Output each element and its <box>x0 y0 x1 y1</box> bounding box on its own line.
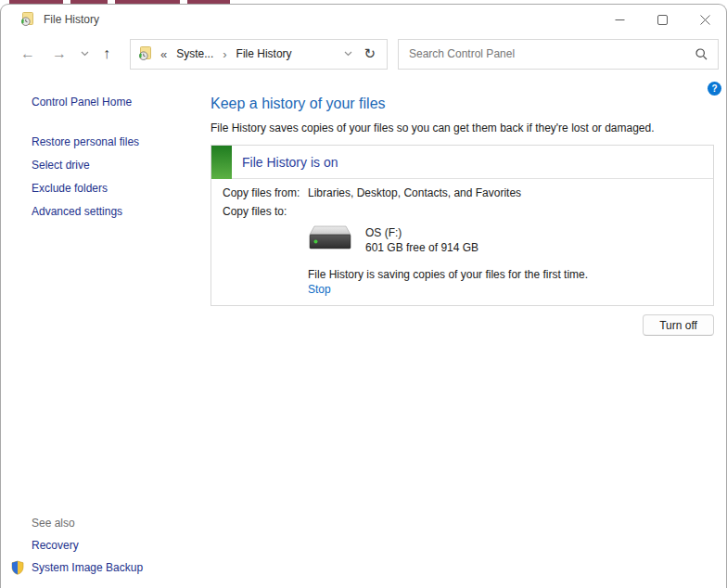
close-button[interactable] <box>683 5 726 34</box>
recent-pages-chevron-icon[interactable] <box>75 51 95 57</box>
sidebar: Control Panel Home Restore personal file… <box>1 73 210 588</box>
maximize-button[interactable] <box>641 5 683 34</box>
navigation-toolbar: ← → ↑ « Syste... › File History ↻ <box>1 34 726 73</box>
copy-from-value: Libraries, Desktop, Contacts, and Favori… <box>308 186 521 199</box>
back-icon[interactable]: ← <box>12 46 44 61</box>
search-input[interactable] <box>399 47 685 60</box>
hard-drive-icon <box>308 224 352 252</box>
uac-shield-icon <box>10 560 25 575</box>
sidebar-item-restore-personal-files[interactable]: Restore personal files <box>32 135 210 148</box>
target-drive: OS (F:) 601 GB free of 914 GB <box>308 224 702 255</box>
status-panel-header: File History is on <box>211 146 713 179</box>
caption-buttons <box>598 5 726 34</box>
maximize-icon <box>657 15 668 25</box>
sidebar-item-select-drive[interactable]: Select drive <box>32 159 210 172</box>
main-content: ? Keep a history of your files File Hist… <box>210 73 726 588</box>
system-image-backup-label: System Image Backup <box>32 561 143 574</box>
file-history-app-icon <box>20 12 35 27</box>
page-title: Keep a history of your files <box>210 96 714 112</box>
sidebar-item-advanced-settings[interactable]: Advanced settings <box>32 205 210 218</box>
sidebar-see-also-group: See also Recovery System Image Backup <box>1 517 143 575</box>
breadcrumb-current[interactable]: File History <box>236 47 292 60</box>
sidebar-item-recovery[interactable]: Recovery <box>32 539 143 552</box>
drive-name: OS (F:) <box>365 225 478 240</box>
breadcrumb-parent[interactable]: Syste... <box>176 47 213 60</box>
file-history-window: File History ← → <box>0 4 727 588</box>
page-description: File History saves copies of your files … <box>210 121 714 134</box>
up-icon[interactable]: ↑ <box>95 46 119 61</box>
sidebar-item-control-panel-home[interactable]: Control Panel Home <box>32 96 210 109</box>
refresh-icon[interactable]: ↻ <box>356 45 387 62</box>
search-icon[interactable] <box>685 48 718 60</box>
breadcrumb-separator-icon: › <box>223 47 226 61</box>
status-panel-body: Copy files from: Libraries, Desktop, Con… <box>211 179 713 305</box>
file-history-status-panel: File History is on Copy files from: Libr… <box>210 145 714 306</box>
copy-from-label: Copy files from: <box>223 186 308 199</box>
drive-space: 601 GB free of 914 GB <box>365 240 478 255</box>
breadcrumb-overflow-icon[interactable]: « <box>160 47 167 61</box>
stop-link[interactable]: Stop <box>308 283 702 296</box>
button-row: Turn off <box>210 314 714 336</box>
minimize-button[interactable] <box>598 5 641 34</box>
file-history-crumb-icon <box>138 46 153 61</box>
address-dropdown-chevron-icon[interactable] <box>340 51 356 57</box>
window-body: Control Panel Home Restore personal file… <box>1 73 726 588</box>
window-title: File History <box>44 13 99 26</box>
activity-status: File History is saving copies of your fi… <box>308 268 702 281</box>
copy-to-label: Copy files to: <box>223 205 308 218</box>
search-box <box>398 39 719 70</box>
forward-icon[interactable]: → <box>44 46 75 61</box>
help-icon[interactable]: ? <box>708 82 721 96</box>
turn-off-button[interactable]: Turn off <box>643 314 714 336</box>
address-bar[interactable]: « Syste... › File History ↻ <box>130 39 388 70</box>
close-icon <box>700 15 710 25</box>
see-also-label: See also <box>32 517 143 530</box>
drive-info: OS (F:) 601 GB free of 914 GB <box>365 224 478 255</box>
titlebar: File History <box>1 5 726 34</box>
sidebar-item-system-image-backup[interactable]: System Image Backup <box>10 560 143 575</box>
sidebar-item-exclude-folders[interactable]: Exclude folders <box>32 182 210 195</box>
status-on-indicator <box>211 146 232 179</box>
minimize-icon <box>615 15 625 25</box>
status-title: File History is on <box>242 155 338 170</box>
